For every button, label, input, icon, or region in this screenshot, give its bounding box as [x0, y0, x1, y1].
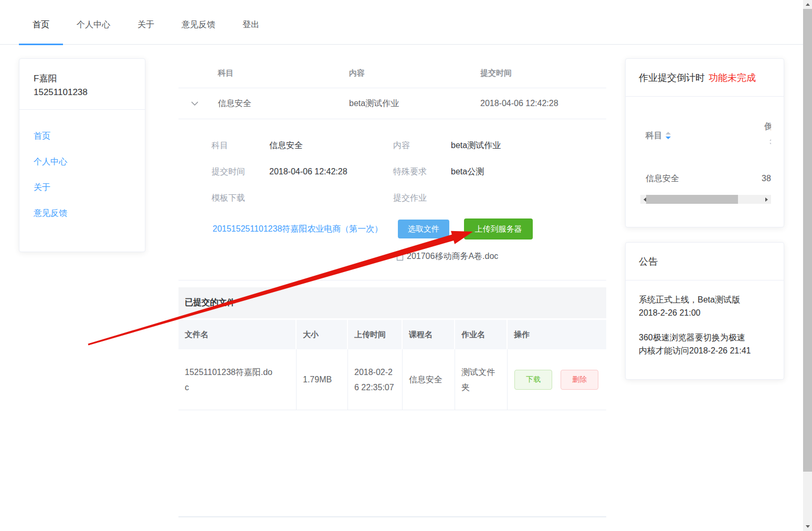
picked-file-name: 201706移动商务A卷.doc — [407, 251, 498, 262]
tab-profile[interactable]: 个人中心 — [63, 5, 124, 45]
download-button[interactable]: 下载 — [514, 370, 552, 390]
col-content: 内容 — [349, 68, 480, 78]
countdown-table: 科目 倒 信息安全 38 — [640, 109, 771, 195]
detail-value-content: beta测试作业 — [451, 139, 606, 152]
col-task: 作业名 — [455, 320, 508, 349]
upload-to-server-button[interactable]: 上传到服务器 — [464, 218, 533, 240]
tab-feedback[interactable]: 意见反馈 — [168, 5, 229, 45]
col-subject: 科目 — [218, 68, 349, 78]
profile-name: F嘉阳 — [34, 72, 134, 86]
announcement-body: 系统正式上线，Beta测试版 2018-2-26 21:00 360极速浏览器要… — [626, 280, 784, 357]
col-uploadtime: 上传时间 — [348, 320, 403, 349]
countdown-card: 作业提交倒计时 功能未完成 科目 倒 信息安全 38 — [625, 58, 784, 227]
detail-label-content: 内容 — [393, 139, 451, 152]
horizontal-scroll-thumb[interactable] — [646, 195, 738, 204]
profile-head: F嘉阳 15251101238 — [19, 59, 145, 110]
scroll-up-icon[interactable] — [803, 0, 812, 9]
col-filename: 文件名 — [178, 320, 297, 349]
assignment-subject: 信息安全 — [218, 98, 349, 109]
top-nav: 首页 个人中心 关于 意见反馈 登出 — [0, 0, 803, 45]
col-actions: 操作 — [508, 320, 606, 349]
announcement-item: 系统正式上线，Beta测试版 2018-2-26 21:00 — [639, 293, 752, 319]
profile-id: 15251101238 — [34, 86, 134, 99]
sidebar-item-about[interactable]: 关于 — [34, 181, 145, 194]
scroll-down-icon[interactable] — [803, 522, 812, 531]
sort-caret-icon[interactable] — [769, 138, 771, 145]
vertical-scroll-thumb[interactable] — [803, 9, 812, 472]
cell-task: 测试文件夹 — [455, 349, 508, 410]
assignment-content: beta测试作业 — [349, 98, 480, 109]
announcement-card: 公告 系统正式上线，Beta测试版 2018-2-26 21:00 360极速浏… — [625, 242, 784, 380]
vertical-scrollbar[interactable] — [803, 0, 812, 531]
tab-about[interactable]: 关于 — [124, 5, 168, 45]
sidebar-item-profile[interactable]: 个人中心 — [34, 155, 145, 168]
countdown-col-countdown[interactable]: 倒 — [764, 121, 771, 132]
scroll-right-icon[interactable] — [762, 195, 771, 204]
assignment-row[interactable]: 信息安全 beta测试作业 2018-04-06 12:42:28 — [178, 88, 606, 119]
detail-label-time: 提交时间 — [212, 165, 269, 178]
assignment-time: 2018-04-06 12:42:28 — [480, 99, 606, 108]
upload-row: 201515251101238符嘉阳农业电商（第一次） 选取文件 上传到服务器 — [178, 218, 606, 240]
section-divider — [178, 280, 606, 280]
horizontal-scrollbar[interactable] — [640, 195, 771, 204]
detail-label-special: 特殊要求 — [393, 165, 451, 178]
sidebar-item-home[interactable]: 首页 — [34, 130, 145, 142]
tab-logout[interactable]: 登出 — [229, 5, 273, 45]
countdown-title: 作业提交倒计时 — [639, 71, 705, 84]
detail-value-time: 2018-04-06 12:42:28 — [269, 165, 393, 178]
col-time: 提交时间 — [480, 68, 606, 78]
delete-button[interactable]: 删除 — [561, 370, 598, 390]
table-row: 15251101238符嘉阳.doc 1.79MB 2018-02-26 22:… — [178, 349, 606, 410]
detail-value-special: beta公测 — [451, 165, 606, 178]
detail-label-subject: 科目 — [212, 139, 269, 152]
countdown-row-value: 38 — [762, 173, 771, 184]
profile-card: F嘉阳 15251101238 首页 个人中心 关于 意见反馈 — [19, 58, 145, 252]
assignment-detail: 科目 信息安全 内容 beta测试作业 提交时间 2018-04-06 12:4… — [178, 119, 606, 204]
sort-caret-icon[interactable] — [666, 132, 671, 139]
document-icon — [396, 252, 404, 261]
picked-file-item: 201706移动商务A卷.doc — [396, 248, 606, 264]
submitted-table-header: 文件名 大小 上传时间 课程名 作业名 操作 — [178, 320, 606, 349]
assignment-table-header: 科目 内容 提交时间 — [178, 58, 606, 88]
cell-filename: 15251101238符嘉阳.doc — [178, 349, 297, 410]
sidebar-item-feedback[interactable]: 意见反馈 — [34, 207, 145, 220]
cell-course: 信息安全 — [403, 349, 455, 410]
countdown-status: 功能未完成 — [709, 71, 756, 84]
countdown-col-subject[interactable]: 科目 — [646, 130, 671, 141]
submitted-files-title: 已提交的文件 — [178, 287, 606, 318]
chevron-down-icon[interactable] — [191, 101, 198, 106]
detail-value-subject: 信息安全 — [269, 139, 393, 152]
countdown-row-subject: 信息安全 — [646, 173, 679, 184]
announcement-title: 公告 — [626, 243, 784, 280]
detail-label-submit: 提交作业 — [393, 192, 451, 204]
profile-links: 首页 个人中心 关于 意见反馈 — [19, 110, 145, 220]
detail-label-template: 模板下载 — [212, 192, 269, 204]
col-course: 课程名 — [403, 320, 455, 349]
submitted-files-section: 已提交的文件 文件名 大小 上传时间 课程名 作业名 操作 1525110123… — [178, 287, 606, 517]
template-download-link[interactable]: 201515251101238符嘉阳农业电商（第一次） — [213, 224, 393, 235]
main-content: 科目 内容 提交时间 信息安全 beta测试作业 2018-04-06 12:4… — [178, 58, 606, 517]
cell-uploadtime: 2018-02-26 22:35:07 — [348, 349, 403, 410]
cell-size: 1.79MB — [297, 349, 348, 410]
pick-file-button[interactable]: 选取文件 — [398, 220, 449, 238]
countdown-title-row: 作业提交倒计时 功能未完成 — [626, 59, 784, 97]
announcement-item: 360极速浏览器要切换为极速内核才能访问2018-2-26 21:41 — [639, 331, 752, 357]
col-size: 大小 — [297, 320, 348, 349]
tab-home[interactable]: 首页 — [19, 5, 63, 45]
